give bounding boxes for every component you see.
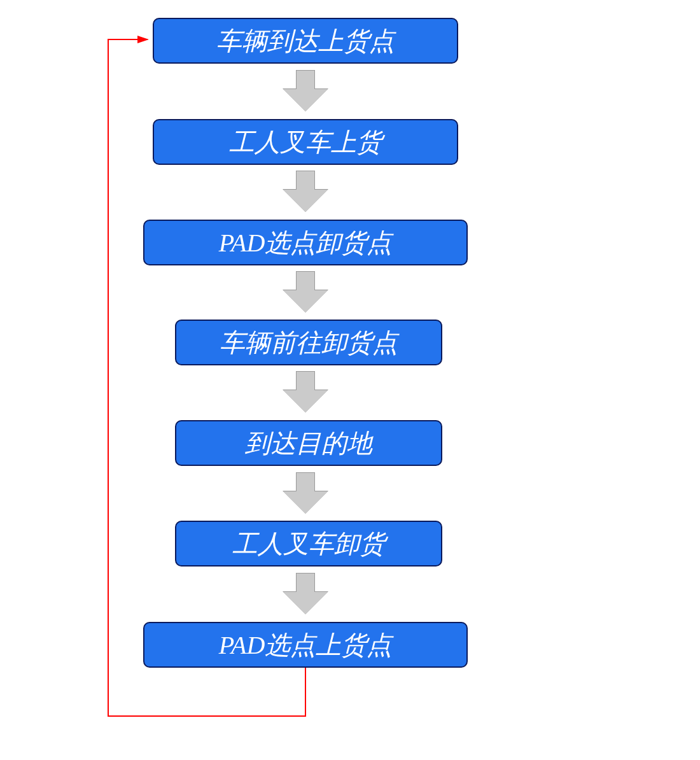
- step-label: 车辆到达上货点: [216, 24, 395, 59]
- arrow-icon: [283, 271, 328, 313]
- step-label: 工人叉车上货: [229, 125, 382, 160]
- step-label: PAD选点上货点: [219, 628, 393, 663]
- step-label: 车辆前往卸货点: [220, 325, 398, 360]
- step-box-3: PAD选点卸货点: [143, 220, 468, 265]
- arrow-icon: [283, 472, 328, 514]
- arrow-icon: [283, 70, 328, 111]
- arrow-icon: [283, 573, 328, 614]
- step-label: 工人叉车卸货: [232, 526, 385, 561]
- arrow-icon: [283, 171, 328, 212]
- arrow-icon: [283, 371, 328, 412]
- flowchart-container: 车辆到达上货点 工人叉车上货 PAD选点卸货点 车辆前往卸货点 到达目的地 工人…: [0, 0, 700, 760]
- step-box-1: 车辆到达上货点: [153, 18, 458, 64]
- step-box-4: 车辆前往卸货点: [175, 320, 442, 365]
- step-label: PAD选点卸货点: [219, 225, 393, 260]
- step-box-2: 工人叉车上货: [153, 119, 458, 165]
- step-box-6: 工人叉车卸货: [175, 521, 442, 566]
- step-box-7: PAD选点上货点: [143, 622, 468, 668]
- step-box-5: 到达目的地: [175, 420, 442, 466]
- step-label: 到达目的地: [245, 426, 372, 461]
